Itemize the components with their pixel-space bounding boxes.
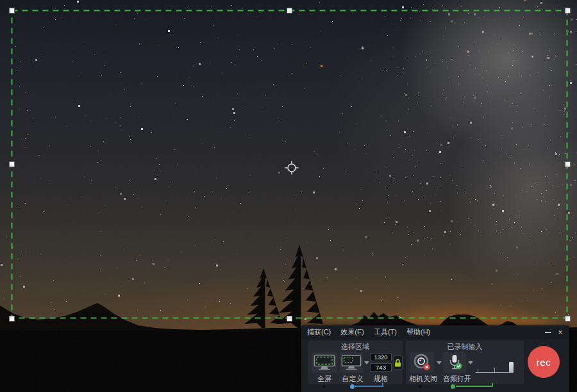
minimize-button[interactable] — [542, 325, 553, 339]
meter-baseline — [476, 372, 513, 373]
close-button[interactable]: × — [555, 325, 565, 339]
region-width-input[interactable] — [370, 353, 392, 361]
crosshair-icon[interactable] — [285, 161, 299, 175]
webcam-off-icon — [412, 354, 431, 372]
audio-slider-end-tick — [492, 383, 493, 387]
menu-bar: 捕获(C) 效果(E) 工具(T) 帮助(H) — [301, 325, 569, 339]
meter-tick — [494, 368, 495, 372]
recorded-inputs-group: 已录制输入 相机关闭 — [406, 341, 524, 384]
camera-chevron-down-icon[interactable] — [437, 361, 442, 364]
menu-tools[interactable]: 工具(T) — [374, 327, 397, 337]
audio-slider-track — [456, 386, 492, 387]
handle-right-middle[interactable] — [565, 161, 571, 167]
audio-level-meter[interactable] — [476, 359, 515, 374]
handle-bottom-right[interactable] — [565, 316, 571, 322]
input-indicator-dot — [419, 385, 422, 388]
meter-fader-handle[interactable] — [509, 362, 514, 373]
aspect-lock-button[interactable] — [393, 355, 403, 370]
menu-capture[interactable]: 捕获(C) — [307, 327, 331, 337]
microphone-on-icon — [446, 354, 464, 372]
audio-status-label: 音频打开 — [443, 374, 471, 384]
menu-help[interactable]: 帮助(H) — [406, 327, 430, 337]
select-region-title: 选择区域 — [308, 342, 403, 352]
monitor-custom-icon — [341, 354, 362, 371]
select-region-group: 选择区域 全屏 自定义 — [308, 341, 403, 384]
custom-region-button[interactable] — [340, 352, 363, 373]
meter-tick — [478, 369, 478, 372]
fullscreen-button[interactable] — [312, 352, 337, 373]
minimize-icon — [545, 332, 551, 333]
camera-status-label: 相机关闭 — [408, 374, 439, 384]
menu-effects[interactable]: 效果(E) — [340, 327, 364, 337]
handle-bottom-middle[interactable] — [287, 316, 292, 322]
monitor-fullscreen-icon — [314, 354, 335, 371]
handle-top-right[interactable] — [565, 8, 571, 13]
lock-icon — [394, 359, 401, 367]
region-height-input[interactable] — [370, 363, 392, 372]
region-slider-thumb[interactable] — [350, 384, 355, 389]
region-slider-end-tick — [382, 383, 383, 387]
record-button[interactable]: rec — [528, 346, 560, 378]
recorder-toolbar: 捕获(C) 效果(E) 工具(T) 帮助(H) × 选择区域 全屏 — [301, 325, 569, 392]
audio-slider-thumb[interactable] — [451, 384, 455, 389]
custom-region-chevron-down-icon[interactable] — [364, 361, 369, 364]
region-indicator-dot — [322, 385, 326, 388]
fullscreen-label: 全屏 — [312, 374, 337, 384]
screen-capture-app: 捕获(C) 效果(E) 工具(T) 帮助(H) × 选择区域 全屏 — [0, 0, 577, 392]
audio-toggle-button[interactable] — [443, 352, 466, 373]
close-icon: × — [558, 328, 562, 337]
custom-region-label: 自定义 — [336, 374, 369, 384]
size-label: 规格 — [365, 374, 396, 384]
region-slider-track — [355, 386, 382, 387]
handle-top-left[interactable] — [9, 8, 15, 13]
handle-top-middle[interactable] — [287, 8, 292, 13]
handle-left-middle[interactable] — [9, 161, 15, 167]
audio-chevron-down-icon[interactable] — [468, 361, 473, 364]
camera-toggle-button[interactable] — [410, 352, 434, 373]
recorded-inputs-title: 已录制输入 — [406, 342, 524, 352]
handle-bottom-left[interactable] — [9, 316, 15, 322]
